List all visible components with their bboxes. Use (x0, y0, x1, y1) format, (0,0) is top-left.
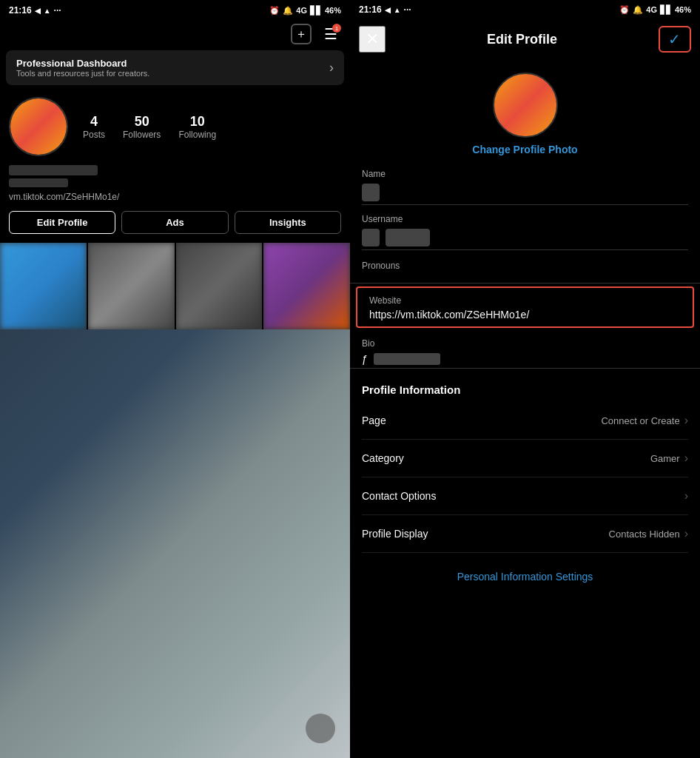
time-left: 21:16 (9, 5, 32, 16)
avatar-image (10, 98, 67, 155)
display-name-blurred (9, 165, 98, 175)
category-value: Gamer (650, 453, 680, 464)
add-post-button[interactable]: ＋ (291, 24, 312, 44)
status-bar-left: 21:16 ◀ ▲ ··· ⏰ 🔔 4G ▋▋ 46% (0, 0, 350, 21)
posts-count: 4 (90, 114, 98, 130)
photo-avatar-small (306, 714, 335, 743)
alarm-icon-right: ⏰ (619, 5, 630, 15)
pd-text: Professional Dashboard Tools and resourc… (16, 58, 149, 78)
website-value: https://vm.tiktok.com/ZSeHHMo1e/ (369, 309, 681, 321)
posts-label: Posts (83, 130, 105, 140)
page-row[interactable]: Page Connect or Create › (362, 402, 688, 440)
contact-row[interactable]: Contact Options › (362, 477, 688, 515)
display-right: Contacts Hidden › (609, 527, 688, 540)
display-label: Profile Display (362, 528, 428, 540)
profile-photo-section: Change Profile Photo (350, 61, 700, 161)
page-label: Page (362, 415, 386, 426)
website-field[interactable]: Website https://vm.tiktok.com/ZSeHHMo1e/ (356, 286, 694, 328)
website-link[interactable]: vm.tiktok.com/ZSeHHMo1e/ (0, 190, 350, 208)
followers-stat: 50 Followers (123, 114, 161, 140)
personal-info-link[interactable]: Personal Information Settings (350, 559, 700, 594)
username-text-blur (386, 229, 430, 246)
posts-stat: 4 Posts (83, 114, 105, 140)
contact-right: › (680, 489, 688, 503)
status-right-right: ⏰ 🔔 4G ▋▋ 46% (619, 5, 691, 15)
dots-icon: ··· (54, 5, 61, 16)
alarm-icon: ⏰ (269, 6, 280, 16)
following-stat: 10 Following (178, 114, 216, 140)
page-right: Connect or Create › (601, 414, 688, 427)
pd-title: Professional Dashboard (16, 58, 149, 69)
profile-info-title: Profile Information (362, 383, 688, 396)
volume-icon-right: 🔔 (633, 5, 643, 15)
confirm-button[interactable]: ✓ (659, 26, 691, 53)
avatar (9, 97, 68, 156)
name-input[interactable] (386, 185, 688, 200)
name-label: Name (362, 169, 688, 179)
status-bar-right: 21:16 ◀ ▲ ··· ⏰ 🔔 4G ▋▋ 46% (350, 0, 700, 19)
nav-icon: ◀ (35, 7, 41, 15)
battery-right: 46% (675, 5, 691, 14)
battery-left: 46% (325, 6, 341, 15)
contact-chevron-icon: › (684, 489, 688, 503)
signal-icon: 4G (296, 6, 307, 15)
edit-profile-header: ✕ Edit Profile ✓ (350, 19, 700, 61)
pronouns-field[interactable]: Pronouns (350, 252, 700, 284)
profile-stats: 4 Posts 50 Followers 10 Following (83, 114, 341, 140)
thumbnail-1[interactable] (0, 243, 87, 329)
thumbnail-2[interactable] (88, 243, 175, 329)
form-section: Name Username (350, 161, 700, 252)
pronouns-label: Pronouns (362, 261, 688, 271)
time-right: 21:16 (359, 4, 382, 15)
pd-arrow-icon: › (329, 60, 334, 76)
category-row[interactable]: Category Gamer › (362, 440, 688, 477)
display-row[interactable]: Profile Display Contacts Hidden › (362, 515, 688, 553)
username-value-row (362, 229, 688, 246)
category-right: Gamer › (650, 452, 688, 465)
followers-label: Followers (123, 130, 161, 140)
bio-char: ƒ (362, 353, 368, 365)
bio-field: Bio ƒ (350, 331, 700, 369)
status-right: ⏰ 🔔 4G ▋▋ 46% (269, 6, 341, 16)
profile-info-section: Profile Information Page Connect or Crea… (350, 369, 700, 559)
name-icon-blur (362, 184, 380, 201)
username-label: Username (362, 214, 688, 224)
page-chevron-icon: › (684, 414, 688, 427)
username-icon-blur (362, 229, 380, 246)
change-photo-link[interactable]: Change Profile Photo (472, 144, 577, 155)
signal-bars-icon: ▋▋ (310, 6, 322, 16)
menu-button[interactable]: ☰ 1 (320, 24, 341, 44)
category-chevron-icon: › (684, 452, 688, 465)
thumbnail-4[interactable] (263, 243, 350, 329)
thumbnails-grid (0, 243, 350, 329)
alert-icon-right: ▲ (394, 6, 401, 14)
contact-label: Contact Options (362, 490, 436, 502)
website-label: Website (369, 295, 681, 306)
username-field: Username (362, 207, 688, 250)
edit-profile-title: Edit Profile (487, 32, 557, 47)
close-button[interactable]: ✕ (359, 26, 386, 53)
status-left: 21:16 ◀ ▲ ··· (9, 5, 61, 16)
pd-subtitle: Tools and resources just for creators. (16, 69, 149, 78)
bio-label: Bio (362, 338, 688, 349)
name-field: Name (362, 161, 688, 205)
alert-icon: ▲ (44, 7, 51, 15)
bio-blur (374, 353, 440, 365)
bio-value-row: ƒ (362, 353, 688, 365)
edit-profile-button[interactable]: Edit Profile (9, 211, 115, 234)
right-panel: 21:16 ◀ ▲ ··· ⏰ 🔔 4G ▋▋ 46% ✕ Edit Profi… (350, 0, 700, 758)
professional-dashboard[interactable]: Professional Dashboard Tools and resourc… (6, 50, 344, 85)
display-value: Contacts Hidden (609, 529, 680, 540)
username-blurred (9, 178, 68, 187)
username-area (0, 162, 350, 190)
signal-bars-icon-right: ▋▋ (660, 5, 672, 15)
ads-button[interactable]: Ads (121, 211, 228, 234)
left-panel: 21:16 ◀ ▲ ··· ⏰ 🔔 4G ▋▋ 46% ＋ ☰ 1 Profes… (0, 0, 350, 758)
action-buttons: Edit Profile Ads Insights (0, 208, 350, 243)
following-count: 10 (190, 114, 205, 130)
page-value: Connect or Create (601, 415, 679, 426)
dots-icon-right: ··· (404, 4, 411, 15)
notification-badge: 1 (332, 24, 341, 33)
insights-button[interactable]: Insights (235, 211, 341, 234)
thumbnail-3[interactable] (176, 243, 263, 329)
